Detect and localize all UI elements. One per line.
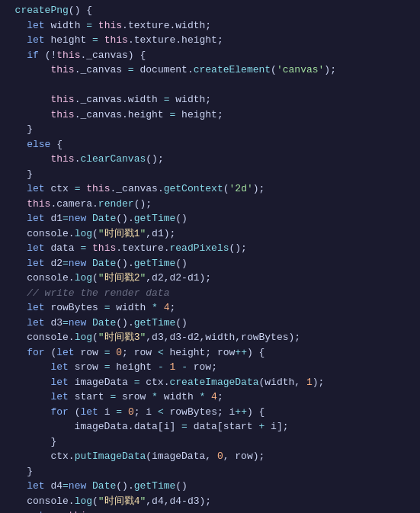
code-line-31: ctx.putImageData(imageData, 0, row); [0, 449, 420, 464]
code-line-18: let d2=new Date().getTime() [0, 256, 420, 271]
code-line-26: let imageData = ctx.createImageData(widt… [0, 375, 420, 390]
code-line-5: this._canvas = document.createElement('c… [0, 63, 420, 78]
code-line-29: imageData.data[i] = data[start + i]; [0, 419, 420, 434]
code-line-12: } [0, 167, 420, 182]
code-line-19: console.log("时间戳2",d2,d2-d1); [0, 271, 420, 286]
code-line-3: let height = this.texture.height; [0, 33, 420, 48]
code-line-30: } [0, 434, 420, 450]
code-line-35: return this._canvas; [0, 508, 420, 513]
code-line-34: console.log("时间戳4",d4,d4-d3); [0, 494, 420, 509]
code-line-23: console.log("时间戳3",d3,d3-d2,width,rowByt… [0, 330, 420, 345]
code-line-4: if (!this._canvas) { [0, 48, 420, 63]
code-line-2: let width = this.texture.width; [0, 18, 420, 34]
code-line-25: let srow = height - 1 - row; [0, 360, 420, 375]
code-line-27: let start = srow * width * 4; [0, 390, 420, 405]
code-line-22: let d3=new Date().getTime() [0, 316, 420, 331]
code-line-8: this._canvas.height = height; [0, 107, 420, 123]
code-line-15: let d1=new Date().getTime() [0, 211, 420, 226]
code-editor: createPng() { let width = this.texture.w… [0, 0, 420, 513]
code-line-16: console.log("时间戳1",d1); [0, 226, 420, 242]
code-line-14: this.camera.render(); [0, 197, 420, 212]
code-line-17: let data = this.texture.readPixels(); [0, 241, 420, 256]
code-line-20: // write the render data [0, 286, 420, 301]
code-line-13: let ctx = this._canvas.getContext('2d'); [0, 181, 420, 197]
code-line-11: this.clearCanvas(); [0, 152, 420, 167]
code-line-7: this._canvas.width = width; [0, 92, 420, 107]
code-line-28: for (let i = 0; i < rowBytes; i++) { [0, 405, 420, 420]
code-line-10: else { [0, 137, 420, 152]
code-line-9: } [0, 122, 420, 137]
code-line-21: let rowBytes = width * 4; [0, 300, 420, 316]
code-line-6 [0, 78, 420, 93]
code-line-1: createPng() { [0, 3, 420, 18]
code-line-33: let d4=new Date().getTime() [0, 479, 420, 494]
code-line-32: } [0, 464, 420, 479]
code-line-24: for (let row = 0; row < height; row++) { [0, 345, 420, 361]
